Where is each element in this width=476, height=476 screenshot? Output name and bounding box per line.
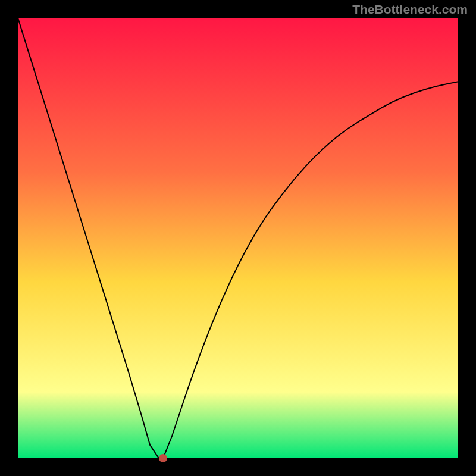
watermark-text: TheBottleneck.com (352, 2, 468, 17)
optimal-marker (159, 454, 167, 462)
bottleneck-curve (18, 18, 458, 458)
chart-area (18, 18, 458, 458)
